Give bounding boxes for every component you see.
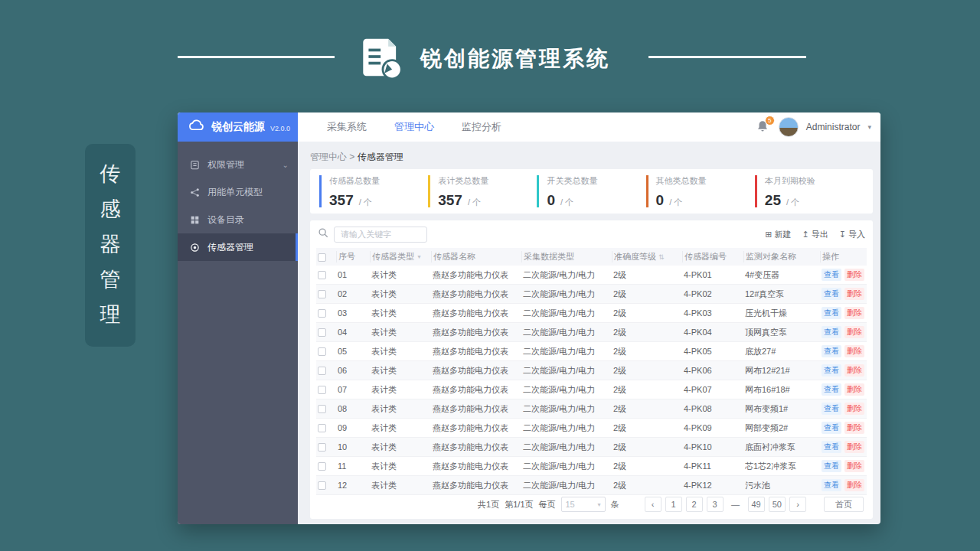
- row-accuracy: 2级: [612, 289, 682, 300]
- row-sensor-type: 表计类: [370, 461, 431, 472]
- filter-icon[interactable]: ▼: [416, 254, 422, 259]
- row-code: 4-PK05: [682, 347, 743, 356]
- pager-ellipsis: —: [727, 497, 744, 512]
- row-checkbox[interactable]: [318, 367, 326, 375]
- user-name[interactable]: Administrator: [806, 122, 861, 132]
- view-button[interactable]: 查看: [822, 479, 841, 491]
- view-button[interactable]: 查看: [822, 460, 841, 472]
- sidebar-item[interactable]: 用能单元模型: [178, 178, 298, 206]
- new-button[interactable]: ⊞ 新建: [765, 229, 791, 240]
- table-row: 12表计类燕赵多功能电力仪表二次能源/电力/电力2级4-PK12污水池查看删除: [316, 476, 867, 495]
- row-sensor-type: 表计类: [370, 442, 431, 453]
- col-header-no: 序号: [336, 251, 370, 262]
- side-label-char: 器: [100, 234, 121, 255]
- row-data-type: 二次能源/电力/电力: [521, 346, 612, 357]
- page-number-button[interactable]: 49: [748, 497, 765, 512]
- search-input[interactable]: [334, 227, 427, 243]
- per-page-caret-icon: ▾: [597, 501, 600, 508]
- row-checkbox[interactable]: [318, 405, 326, 413]
- row-checkbox[interactable]: [318, 309, 326, 318]
- row-accuracy: 2级: [612, 346, 682, 357]
- row-checkbox-cell: [316, 385, 336, 394]
- row-checkbox[interactable]: [318, 481, 326, 490]
- row-sensor-type: 表计类: [370, 365, 431, 377]
- stat-block: 本月到期校验25/ 个: [755, 175, 864, 207]
- row-checkbox[interactable]: [318, 443, 326, 452]
- pagination-page-info: 第1/1页: [505, 499, 533, 510]
- row-actions: 查看删除: [820, 383, 867, 396]
- row-checkbox[interactable]: [318, 386, 326, 394]
- side-label-char: 管: [100, 269, 121, 290]
- row-accuracy: 2级: [612, 403, 682, 415]
- view-button[interactable]: 查看: [822, 441, 841, 453]
- sidebar-item-label: 权限管理: [207, 158, 244, 171]
- delete-button[interactable]: 删除: [844, 441, 864, 453]
- row-checkbox[interactable]: [318, 328, 326, 337]
- banner-line-left: [178, 56, 335, 58]
- document-icon: [361, 34, 405, 80]
- row-sensor-type: 表计类: [370, 308, 431, 319]
- view-button[interactable]: 查看: [822, 326, 841, 338]
- row-target: 网布16#18#: [743, 384, 820, 396]
- row-checkbox-cell: [316, 270, 336, 279]
- view-button[interactable]: 查看: [822, 345, 841, 357]
- first-page-button[interactable]: 首页: [824, 497, 864, 512]
- row-checkbox[interactable]: [318, 462, 326, 471]
- page-number-button[interactable]: 2: [686, 497, 703, 512]
- delete-button[interactable]: 删除: [844, 383, 864, 396]
- sidebar-item[interactable]: 权限管理⌄: [178, 151, 298, 178]
- delete-button[interactable]: 删除: [844, 269, 864, 281]
- user-avatar[interactable]: [779, 117, 799, 137]
- view-button[interactable]: 查看: [822, 364, 841, 377]
- user-menu-caret-icon[interactable]: ▾: [867, 123, 871, 131]
- col-header-accuracy[interactable]: 准确度等级 ⇅: [612, 251, 682, 262]
- delete-button[interactable]: 删除: [844, 288, 864, 300]
- nav-tab[interactable]: 采集系统: [327, 120, 367, 134]
- page-number-button[interactable]: 1: [665, 497, 682, 512]
- row-checkbox[interactable]: [318, 290, 326, 298]
- breadcrumb-root[interactable]: 管理中心: [310, 152, 347, 162]
- col-header-sensor-type[interactable]: 传感器类型 ▼: [370, 251, 431, 262]
- row-checkbox[interactable]: [318, 424, 326, 432]
- sort-icon[interactable]: ⇅: [658, 253, 665, 261]
- delete-button[interactable]: 删除: [844, 345, 864, 357]
- delete-button[interactable]: 删除: [844, 422, 864, 434]
- table-row: 09表计类燕赵多功能电力仪表二次能源/电力/电力2级4-PK09网部变频2#查看…: [316, 419, 867, 438]
- sidebar-item[interactable]: 传感器管理: [178, 233, 298, 261]
- nav-tab[interactable]: 管理中心: [394, 120, 434, 134]
- export-button[interactable]: ↥ 导出: [802, 229, 828, 240]
- stat-unit: / 个: [468, 197, 481, 207]
- per-page-select[interactable]: 15 ▾: [561, 497, 606, 512]
- row-checkbox[interactable]: [318, 271, 326, 279]
- page-number-button[interactable]: 3: [707, 497, 724, 512]
- next-page-button[interactable]: ›: [789, 497, 806, 512]
- search-icon[interactable]: [318, 227, 328, 241]
- row-actions: 查看删除: [820, 288, 867, 300]
- delete-button[interactable]: 删除: [844, 326, 864, 338]
- page-number-button[interactable]: 50: [769, 497, 786, 512]
- delete-button[interactable]: 删除: [844, 307, 864, 319]
- prev-page-button[interactable]: ‹: [645, 497, 662, 512]
- delete-button[interactable]: 删除: [844, 364, 864, 377]
- row-checkbox[interactable]: [318, 347, 326, 356]
- view-button[interactable]: 查看: [822, 422, 841, 434]
- sidebar-item[interactable]: 设备目录: [178, 206, 298, 233]
- col-header-target: 监测对象名称: [743, 251, 820, 262]
- notification-bell-icon[interactable]: 5: [756, 119, 771, 135]
- nodes-icon: [190, 187, 201, 197]
- select-all-checkbox[interactable]: [318, 253, 326, 262]
- view-button[interactable]: 查看: [822, 307, 841, 319]
- delete-button[interactable]: 删除: [844, 460, 864, 472]
- delete-button[interactable]: 删除: [844, 403, 864, 415]
- view-button[interactable]: 查看: [822, 269, 841, 281]
- row-checkbox-cell: [316, 481, 336, 490]
- delete-button[interactable]: 删除: [844, 479, 864, 491]
- view-button[interactable]: 查看: [822, 288, 841, 300]
- nav-tab[interactable]: 监控分析: [462, 120, 501, 134]
- app-logo-version: V2.0.0: [270, 125, 290, 132]
- pager: ‹123—4950›: [645, 497, 807, 512]
- row-target: 芯1芯2冲浆泵: [743, 461, 820, 472]
- view-button[interactable]: 查看: [822, 403, 841, 415]
- import-button[interactable]: ↧ 导入: [839, 229, 865, 240]
- view-button[interactable]: 查看: [822, 383, 841, 396]
